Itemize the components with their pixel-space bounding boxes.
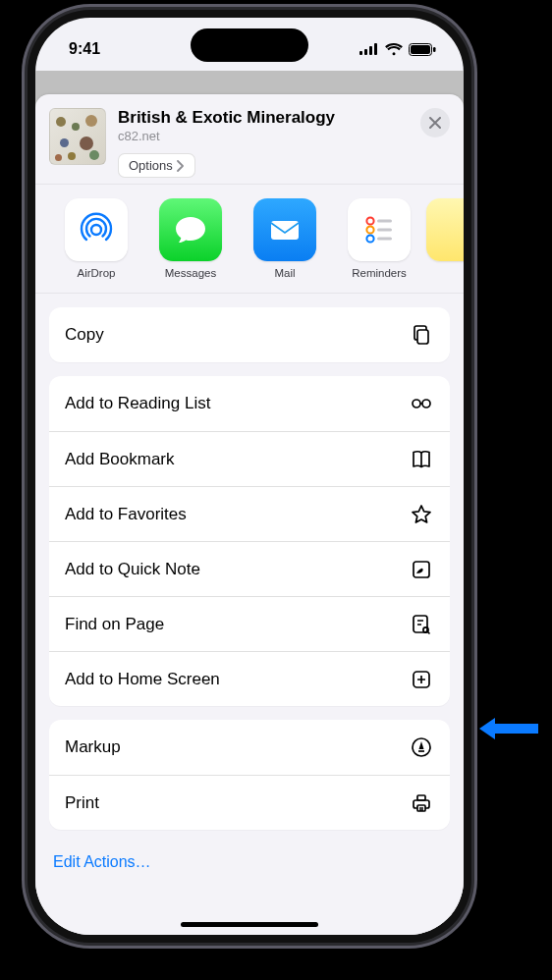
svg-point-9: [366, 218, 373, 225]
home-indicator[interactable]: [181, 922, 318, 927]
svg-rect-2: [369, 46, 372, 55]
svg-point-20: [423, 627, 428, 632]
svg-point-10: [366, 227, 373, 234]
star-icon: [409, 502, 434, 527]
page-domain: c82.net: [118, 129, 409, 143]
action-copy[interactable]: Copy: [49, 307, 450, 362]
page-thumbnail: [49, 108, 106, 165]
chevron-right-icon: [177, 160, 185, 172]
svg-point-11: [366, 236, 373, 243]
action-label: Add to Home Screen: [65, 670, 220, 689]
messages-icon: [159, 198, 222, 261]
share-target-label: AirDrop: [78, 267, 116, 279]
annotation-arrow: [479, 716, 538, 741]
svg-point-16: [413, 400, 420, 408]
svg-rect-12: [377, 220, 392, 223]
action-label: Add Bookmark: [65, 450, 175, 469]
action-find[interactable]: Find on Page: [49, 596, 450, 651]
share-target-notes-peek[interactable]: [426, 198, 456, 279]
svg-point-17: [422, 400, 430, 408]
svg-point-7: [91, 225, 101, 235]
svg-rect-0: [359, 51, 362, 55]
action-favorites[interactable]: Add to Favorites: [49, 486, 450, 541]
action-label: Copy: [65, 325, 104, 345]
action-label: Find on Page: [65, 615, 164, 634]
quicknote-icon: [409, 557, 434, 582]
book-icon: [409, 447, 434, 472]
share-target-mail[interactable]: Mail: [238, 198, 332, 279]
dynamic-island: [191, 28, 308, 62]
action-quick-note[interactable]: Add to Quick Note: [49, 541, 450, 596]
share-sheet: British & Exotic Mineralogy c82.net Opti…: [35, 94, 464, 935]
power-button: [472, 245, 477, 344]
svg-rect-6: [433, 47, 436, 52]
share-header: British & Exotic Mineralogy c82.net Opti…: [35, 94, 464, 185]
action-print[interactable]: Print: [49, 775, 450, 830]
print-icon: [409, 790, 434, 816]
action-label: Add to Quick Note: [65, 560, 200, 579]
svg-rect-13: [377, 229, 392, 232]
volume-up-button: [22, 232, 27, 295]
share-target-label: Messages: [165, 267, 216, 279]
markup-icon: [409, 735, 434, 760]
action-homescreen[interactable]: Add to Home Screen: [49, 651, 450, 706]
status-time: 9:41: [69, 40, 100, 58]
share-target-reminders[interactable]: Reminders: [332, 198, 426, 279]
page-title: British & Exotic Mineralogy: [118, 108, 409, 128]
volume-switch: [22, 172, 27, 205]
svg-rect-24: [417, 795, 425, 800]
edit-actions-link[interactable]: Edit Actions…: [35, 845, 464, 885]
action-group: Copy: [49, 307, 450, 362]
svg-rect-14: [377, 238, 392, 241]
cellular-icon: [359, 43, 379, 55]
share-target-label: Mail: [274, 267, 295, 279]
actions-scroll[interactable]: CopyAdd to Reading ListAdd BookmarkAdd t…: [35, 294, 464, 845]
action-label: Print: [65, 793, 99, 813]
close-button[interactable]: [420, 108, 450, 137]
action-label: Markup: [65, 737, 121, 757]
share-target-messages[interactable]: Messages: [143, 198, 238, 279]
screen: 9:41: [35, 18, 464, 935]
svg-rect-3: [374, 43, 377, 55]
find-icon: [409, 612, 434, 637]
options-label: Options: [129, 158, 173, 173]
svg-rect-15: [417, 330, 428, 344]
svg-rect-1: [364, 49, 367, 55]
copy-icon: [409, 322, 434, 348]
action-group: MarkupPrint: [49, 720, 450, 830]
svg-rect-8: [271, 221, 299, 240]
glasses-icon: [409, 391, 434, 416]
share-target-airdrop[interactable]: AirDrop: [49, 198, 143, 279]
svg-rect-5: [411, 45, 430, 54]
action-reading-list[interactable]: Add to Reading List: [49, 376, 450, 431]
reminders-icon: [348, 198, 411, 261]
options-button[interactable]: Options: [118, 153, 195, 178]
action-label: Add to Favorites: [65, 505, 187, 524]
share-target-label: Reminders: [352, 267, 407, 279]
airdrop-icon: [65, 198, 128, 261]
close-icon: [429, 117, 441, 129]
plus-square-icon: [409, 667, 434, 692]
action-bookmark[interactable]: Add Bookmark: [49, 431, 450, 486]
notes-icon: [426, 198, 464, 261]
action-label: Add to Reading List: [65, 394, 210, 413]
action-group: Add to Reading ListAdd BookmarkAdd to Fa…: [49, 376, 450, 706]
wifi-icon: [385, 43, 403, 56]
volume-down-button: [22, 308, 27, 371]
mail-icon: [253, 198, 316, 261]
phone-frame: 9:41: [28, 10, 471, 943]
share-targets-row[interactable]: AirDrop Messages Mail: [35, 185, 464, 294]
battery-icon: [409, 43, 436, 56]
action-markup[interactable]: Markup: [49, 720, 450, 775]
